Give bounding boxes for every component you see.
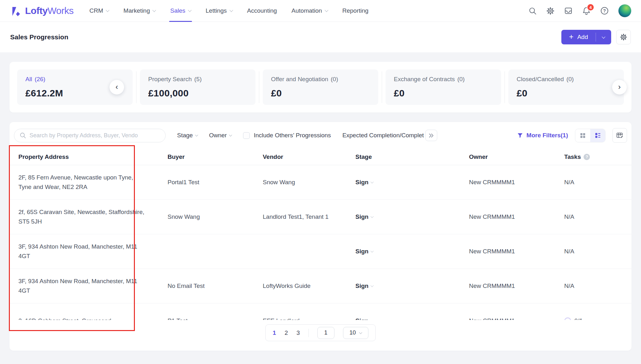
edit-columns-button[interactable] [612,128,627,143]
nav-item-sales[interactable]: Sales [170,0,191,22]
col-header-stage: Stage [355,153,469,160]
inbox-icon [564,6,573,15]
chevron-down-icon [371,250,374,253]
nav-item-automation[interactable]: Automation [292,0,328,22]
toolbar-right: More Filters(1) [517,128,627,143]
plus-icon: + [569,33,573,41]
pagination-page-3[interactable]: 3 [296,329,300,336]
chevron-down-icon [371,284,374,287]
chevron-down-icon [229,133,232,137]
stage-summary-card: All(26) £612.2M Property Search(5) £100,… [10,62,631,113]
task-progress-ring [564,317,571,320]
chevron-down-icon [371,319,374,320]
stats-prev-button[interactable]: ‹ [109,80,124,94]
stats-next-button[interactable]: › [612,80,627,94]
filter-toolbar: Stage Owner Include Others’ Progressions… [10,122,631,149]
search-box [14,129,166,142]
global-settings-button[interactable] [546,7,555,15]
grid-view-icon [580,133,585,138]
progressions-table: Property Address Buyer Vendor Stage Owne… [10,149,631,320]
global-search-button[interactable] [528,7,537,15]
table-header-row: Property Address Buyer Vendor Stage Owne… [10,149,631,165]
nav-item-accounting[interactable]: Accounting [247,0,277,22]
header-actions: + Add [561,30,631,44]
search-icon [19,132,26,139]
col-header-owner: Owner [469,153,564,160]
gear-icon [620,33,627,41]
include-others-checkbox[interactable] [243,132,250,139]
table-row[interactable]: 2f, 65S Caravan Site, Newcastle, Staffor… [10,200,631,234]
notifications-button[interactable]: 4 [582,6,591,15]
nav-item-marketing[interactable]: Marketing [123,0,155,22]
pagination-page-2[interactable]: 2 [285,329,288,336]
funnel-icon [517,132,523,139]
help-button[interactable]: ? [600,6,609,15]
table-edit-icon [616,132,624,139]
more-filters-button[interactable]: More Filters(1) [517,132,568,139]
cell-stage-dropdown[interactable]: Sign [355,317,469,320]
tasks-help-icon[interactable]: ? [584,154,590,160]
view-toggle [575,129,605,142]
search-input[interactable] [30,132,160,139]
cell-stage-dropdown[interactable]: Sign [355,283,469,289]
loftyworks-logo-icon [10,4,22,17]
add-button[interactable]: + Add [561,30,596,44]
cell-stage-dropdown[interactable]: Sign [355,179,469,186]
cell-property-address: 3F, 934 Ashton New Road, Manchester, M11… [18,276,168,296]
nav-item-crm[interactable]: CRM [89,0,109,22]
col-header-buyer: Buyer [168,153,263,160]
page-settings-button[interactable] [616,30,631,44]
table-row[interactable]: 2F, 85 Fern Avenue, Newcastle upon Tyne,… [10,165,631,200]
col-header-tasks: Tasks ? [564,153,631,160]
cell-vendor: Landlord Test1, Tenant 1 [263,213,355,220]
list-view-button[interactable] [590,129,605,142]
table-row[interactable]: 3F, 934 Ashton New Road, Manchester, M11… [10,269,631,303]
cell-buyer: Portal1 Test [168,179,263,186]
svg-text:?: ? [603,8,606,13]
page-size-select[interactable]: 10 [343,327,368,339]
stat-offer-negotiation[interactable]: Offer and Negotiation(0) £0 [263,69,378,105]
inbox-button[interactable] [564,6,573,15]
add-split-button: + Add [561,30,611,44]
stat-exchange-contracts[interactable]: Exchange of Contracts(0) £0 [386,69,501,105]
cell-buyer: No Email Test [168,283,263,289]
expand-filters-button[interactable] [425,130,437,141]
cell-owner: New CRMMMM1 [469,283,564,289]
pagination-page-1[interactable]: 1 [273,329,276,336]
expected-completion-filter: Expected Completion/Complet [342,130,437,141]
stat-property-search[interactable]: Property Search(5) £100,000 [140,69,255,105]
page-header: Sales Progression + Add [0,22,641,52]
add-dropdown-button[interactable] [596,30,611,44]
chevron-down-icon [371,180,374,184]
cell-stage-dropdown[interactable]: Sign [355,248,469,255]
notification-badge: 4 [587,3,594,11]
chevron-down-icon [188,8,191,12]
grid-view-button[interactable] [575,129,590,142]
search-icon [528,7,537,15]
stage-filter-dropdown[interactable]: Stage [177,132,198,139]
cell-owner: New CRMMMM1 [469,179,564,186]
nav-item-reporting[interactable]: Reporting [342,0,368,22]
cell-stage-dropdown[interactable]: Sign [355,213,469,220]
chevron-right-icon: › [618,82,621,91]
cell-property-address: 2f, 65S Caravan Site, Newcastle, Staffor… [18,207,168,226]
table-row[interactable]: 3F, 934 Ashton New Road, Manchester, M11… [10,234,631,269]
stat-closed-cancelled[interactable]: Closed/Cancelled(0) £0 [508,69,624,105]
table-body: 2F, 85 Fern Avenue, Newcastle upon Tyne,… [10,165,631,320]
page-title: Sales Progression [10,33,68,41]
table-row[interactable]: 2, 16D Cobham Street, Gravesend, P1 Test… [10,303,631,320]
divider [382,71,382,103]
navbar-actions: 4 ? [528,4,631,17]
cell-tasks: N/A [564,213,631,220]
divider [136,71,136,103]
cell-owner: New CRMMMM1 [469,317,564,320]
chevron-down-icon [106,8,109,12]
owner-filter-dropdown[interactable]: Owner [209,132,232,139]
loftyworks-logo[interactable]: LoftyWorks [10,4,74,17]
nav-item-lettings[interactable]: Lettings [206,0,233,22]
user-avatar[interactable] [618,4,631,17]
page-jump-input[interactable] [317,327,334,339]
cell-vendor: LoftyWorks Guide [263,283,355,289]
stat-value: £0 [394,88,493,99]
include-others-row: Include Others’ Progressions [243,132,331,139]
